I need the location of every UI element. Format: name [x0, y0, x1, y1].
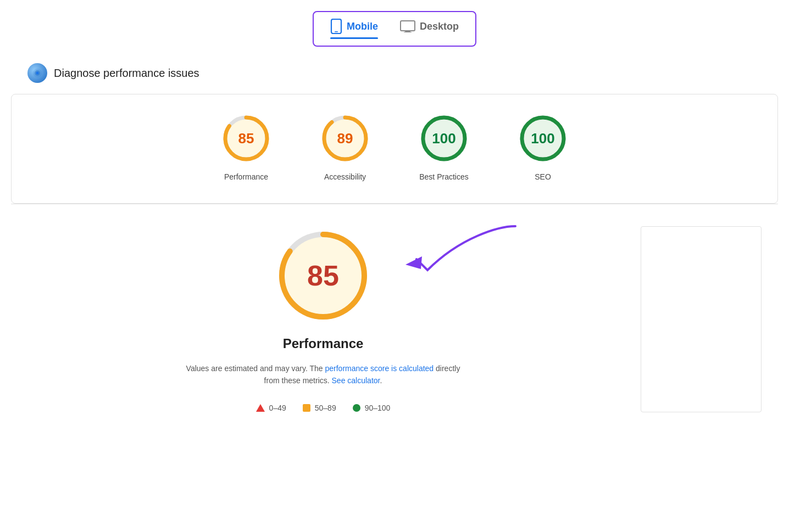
left-panel: 85 Performance Values are estimated and …	[27, 226, 619, 412]
mobile-icon	[330, 19, 342, 34]
scores-card: 85 Performance 89 Accessibility	[11, 94, 778, 204]
legend-label-orange: 50–89	[315, 404, 336, 412]
gauge-value-performance: 85	[238, 130, 254, 147]
desktop-icon	[400, 20, 415, 32]
tab-mobile-underline	[330, 37, 378, 39]
score-label-best-practices: Best Practices	[419, 172, 468, 181]
gauge-value-accessibility: 89	[337, 130, 353, 147]
tab-mobile[interactable]: Mobile	[330, 19, 378, 39]
gauge-seo: 100	[515, 111, 570, 166]
diagnose-section: Diagnose performance issues	[0, 52, 789, 94]
score-item-seo: 100 SEO	[515, 111, 570, 181]
tab-desktop[interactable]: Desktop	[400, 20, 459, 37]
svg-point-7	[36, 72, 39, 75]
description-after: .	[380, 376, 382, 385]
legend-item-green: 90–100	[353, 404, 391, 412]
orange-square-icon	[303, 404, 310, 412]
gauge-accessibility: 89	[318, 111, 373, 166]
arrow-annotation	[362, 215, 526, 314]
legend-label-red: 0–49	[269, 404, 286, 412]
svg-rect-3	[405, 31, 410, 32]
bottom-section: 85 Performance Values are estimated and …	[0, 204, 789, 434]
svg-marker-23	[405, 256, 422, 269]
description-text: Values are estimated and may vary. The p…	[186, 362, 460, 387]
scores-row: 85 Performance 89 Accessibility	[12, 111, 777, 192]
svg-rect-1	[335, 31, 338, 32]
see-calculator-link[interactable]: See calculator	[332, 376, 380, 385]
score-item-performance: 85 Performance	[219, 111, 274, 181]
gauge-best-practices: 100	[416, 111, 471, 166]
legend-item-orange: 50–89	[303, 404, 336, 412]
legend-item-red: 0–49	[256, 404, 286, 412]
description-before-link: Values are estimated and may vary. The	[186, 364, 325, 373]
gauge-value-seo: 100	[531, 130, 554, 147]
score-item-accessibility: 89 Accessibility	[318, 111, 373, 181]
svg-rect-2	[401, 21, 415, 31]
green-circle-icon	[353, 404, 360, 412]
tab-container: Mobile Desktop	[0, 0, 789, 52]
performance-score-link[interactable]: performance score is calculated	[325, 364, 434, 373]
svg-rect-4	[404, 32, 412, 32]
score-label-seo: SEO	[535, 172, 551, 181]
big-gauge-wrapper: 85	[274, 226, 373, 325]
gauge-performance: 85	[219, 111, 274, 166]
big-gauge-value: 85	[307, 259, 339, 292]
big-gauge: 85	[274, 226, 373, 325]
legend-row: 0–49 50–89 90–100	[256, 404, 391, 412]
tab-mobile-label: Mobile	[347, 21, 378, 32]
diagnose-title: Diagnose performance issues	[54, 67, 199, 80]
legend-label-green: 90–100	[365, 404, 391, 412]
red-triangle-icon	[256, 404, 265, 412]
right-panel	[641, 226, 762, 412]
tab-box: Mobile Desktop	[313, 11, 476, 47]
gauge-value-best-practices: 100	[432, 130, 455, 147]
score-label-accessibility: Accessibility	[324, 172, 366, 181]
score-item-best-practices: 100 Best Practices	[416, 111, 471, 181]
big-score-label: Performance	[283, 336, 364, 351]
tab-desktop-underline	[400, 36, 459, 37]
diagnose-icon	[27, 63, 47, 83]
score-label-performance: Performance	[224, 172, 268, 181]
tab-desktop-label: Desktop	[420, 21, 459, 32]
